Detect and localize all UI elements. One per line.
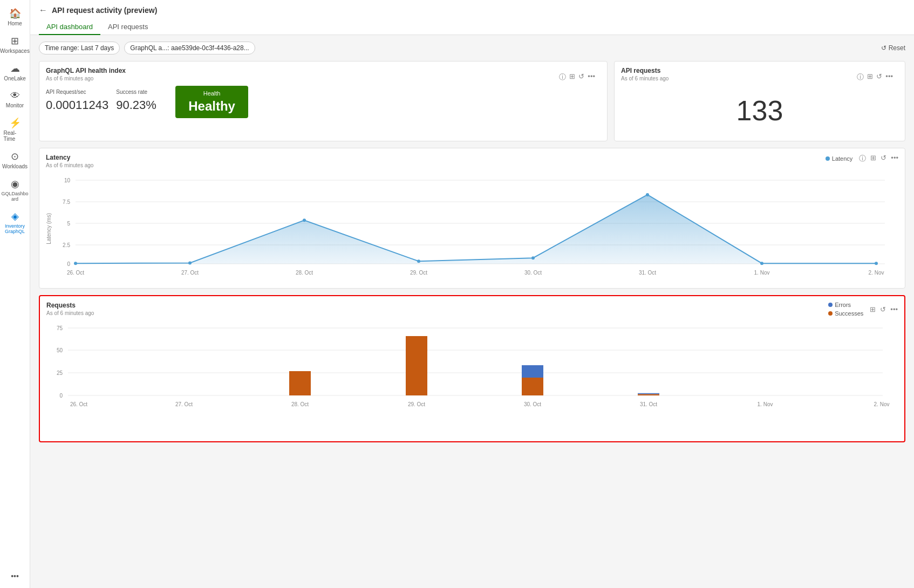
req-more-icon[interactable]: ••• xyxy=(890,305,898,313)
time-range-filter[interactable]: Time range: Last 7 days xyxy=(39,42,120,54)
health-card-icons: ⓘ ⊞ ↺ ••• xyxy=(559,72,595,82)
metric-request-sec: API Request/sec 0.00011243 xyxy=(46,86,116,118)
inventory-icon: ◈ xyxy=(11,210,19,222)
successes-legend-dot xyxy=(828,311,833,316)
svg-marker-10 xyxy=(76,195,876,264)
requests-chart-header: Requests As of 6 minutes ago Errors Succ… xyxy=(46,302,898,320)
header: ← API request activity (preview) API das… xyxy=(30,0,914,35)
svg-point-11 xyxy=(74,262,77,265)
api-req-card-icons: ⓘ ⊞ ↺ ••• xyxy=(857,72,893,82)
svg-text:27. Oct: 27. Oct xyxy=(175,401,193,407)
successes-legend-item: Successes xyxy=(828,310,863,317)
cards-row: GraphQL API health index As of 6 minutes… xyxy=(39,61,905,141)
home-icon: 🏠 xyxy=(9,8,21,19)
latency-refresh-icon[interactable]: ↺ xyxy=(881,154,886,163)
latency-grid-icon[interactable]: ⊞ xyxy=(870,154,876,163)
latency-info-icon[interactable]: ⓘ xyxy=(859,154,866,163)
refresh-icon-2[interactable]: ↺ xyxy=(876,72,882,82)
svg-text:30. Oct: 30. Oct xyxy=(524,401,541,407)
svg-text:50: 50 xyxy=(57,347,63,353)
health-badge: Health Healthy xyxy=(175,86,248,118)
workloads-icon: ⊙ xyxy=(11,151,19,162)
bar-29oct-success xyxy=(406,336,427,395)
latency-chart-icons: ⓘ ⊞ ↺ ••• xyxy=(859,154,898,163)
svg-text:5: 5 xyxy=(67,221,70,227)
svg-point-16 xyxy=(646,193,649,196)
latency-chart-title: Latency xyxy=(46,154,93,161)
latency-chart-area: Latency (ms) 10 7.5 5 2.5 0 xyxy=(46,175,898,283)
svg-text:29. Oct: 29. Oct xyxy=(410,270,427,276)
workspaces-icon: ⊞ xyxy=(11,35,19,47)
svg-text:30. Oct: 30. Oct xyxy=(524,270,542,276)
bar-31oct-error xyxy=(638,393,659,394)
latency-svg: 10 7.5 5 2.5 0 xyxy=(54,175,896,283)
page-title-row: ← API request activity (preview) xyxy=(39,5,905,15)
metric-request-sec-value: 0.00011243 xyxy=(46,98,108,112)
refresh-icon[interactable]: ↺ xyxy=(578,72,584,82)
requests-chart-icons: ⊞ ↺ ••• xyxy=(870,305,898,313)
more-options-icon-2[interactable]: ••• xyxy=(885,72,893,82)
svg-text:28. Oct: 28. Oct xyxy=(291,401,309,407)
api-requests-value: 133 xyxy=(621,86,898,135)
svg-text:29. Oct: 29. Oct xyxy=(408,401,425,407)
svg-point-14 xyxy=(417,259,420,263)
svg-text:2. Nov: 2. Nov xyxy=(874,401,890,407)
svg-text:1. Nov: 1. Nov xyxy=(754,270,770,276)
svg-text:26. Oct: 26. Oct xyxy=(70,401,87,407)
tab-bar: API dashboard API requests xyxy=(39,19,905,35)
page-title: API request activity (preview) xyxy=(52,6,157,15)
svg-point-12 xyxy=(188,262,192,265)
api-req-card-subtitle: As of 6 minutes ago xyxy=(621,76,669,81)
errors-legend-label: Errors xyxy=(835,302,851,308)
metric-request-sec-label: API Request/sec xyxy=(46,89,108,95)
latency-legend-dot xyxy=(826,156,830,161)
sidebar-item-gqldashboard[interactable]: ◉ GQLDashbo ard xyxy=(2,175,29,205)
grid-icon[interactable]: ⊞ xyxy=(569,72,575,82)
svg-text:1. Nov: 1. Nov xyxy=(758,401,773,407)
grid-icon-2[interactable]: ⊞ xyxy=(867,72,873,82)
svg-text:25: 25 xyxy=(57,370,63,376)
sidebar-label-workspaces: Workspaces xyxy=(0,48,30,54)
req-grid-icon[interactable]: ⊞ xyxy=(870,305,876,313)
sidebar-item-inventorygraphql[interactable]: ◈ Inventory GraphQL xyxy=(2,207,29,237)
successes-legend-label: Successes xyxy=(835,310,863,317)
health-badge-value: Healthy xyxy=(188,99,235,114)
svg-text:10: 10 xyxy=(64,177,71,183)
info-icon-2[interactable]: ⓘ xyxy=(857,72,864,82)
api-id-filter[interactable]: GraphQL a...: aae539de-0c3f-4436-a28... xyxy=(124,42,255,54)
sidebar-item-realtime[interactable]: ⚡ Real-Time xyxy=(2,114,29,145)
errors-legend-dot xyxy=(828,303,833,307)
svg-text:0: 0 xyxy=(67,261,70,267)
svg-text:28. Oct: 28. Oct xyxy=(296,270,313,276)
onelake-icon: ☁ xyxy=(10,63,20,74)
info-icon[interactable]: ⓘ xyxy=(559,72,566,82)
monitor-icon: 👁 xyxy=(10,90,20,101)
reset-button[interactable]: ↺ Reset xyxy=(881,44,905,52)
sidebar-item-more[interactable]: ••• xyxy=(2,569,29,584)
svg-text:7.5: 7.5 xyxy=(63,199,70,205)
more-options-icon[interactable]: ••• xyxy=(588,72,595,82)
sidebar: 🏠 Home ⊞ Workspaces ☁ OneLake 👁 Monitor … xyxy=(0,0,30,588)
requests-chart-subtitle: As of 6 minutes ago xyxy=(46,310,94,316)
latency-chart-panel: Latency As of 6 minutes ago Latency ⓘ ⊞ … xyxy=(39,148,905,289)
bar-30oct-success xyxy=(522,378,543,395)
api-req-card-title: API requests xyxy=(621,67,669,74)
svg-text:26. Oct: 26. Oct xyxy=(67,270,84,276)
svg-point-15 xyxy=(531,256,535,259)
tab-api-requests[interactable]: API requests xyxy=(100,19,155,35)
sidebar-item-workloads[interactable]: ⊙ Workloads xyxy=(2,147,29,173)
svg-point-18 xyxy=(875,262,878,265)
latency-more-icon[interactable]: ••• xyxy=(891,154,898,163)
tab-api-dashboard[interactable]: API dashboard xyxy=(39,19,100,35)
health-badge-label: Health xyxy=(203,90,221,97)
sidebar-item-home[interactable]: 🏠 Home xyxy=(2,4,29,30)
sidebar-item-monitor[interactable]: 👁 Monitor xyxy=(2,87,29,112)
sidebar-item-onelake[interactable]: ☁ OneLake xyxy=(2,59,29,85)
metrics-row: API Request/sec 0.00011243 Success rate … xyxy=(46,86,601,118)
back-button[interactable]: ← xyxy=(39,5,47,15)
card-header: GraphQL API health index As of 6 minutes… xyxy=(46,67,601,86)
latency-chart-subtitle: As of 6 minutes ago xyxy=(46,162,93,168)
req-refresh-icon[interactable]: ↺ xyxy=(880,305,886,313)
svg-text:0: 0 xyxy=(59,393,63,399)
sidebar-item-workspaces[interactable]: ⊞ Workspaces xyxy=(2,32,29,57)
